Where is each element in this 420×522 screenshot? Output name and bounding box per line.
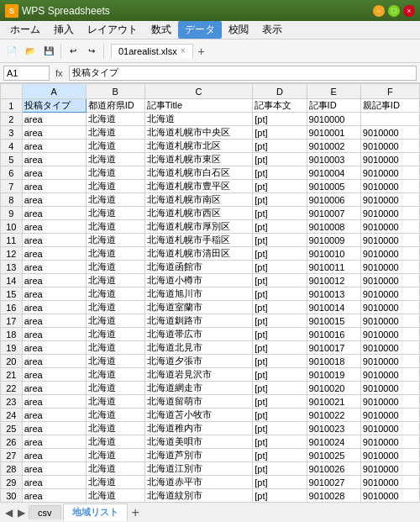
row-header[interactable]: 6 (1, 166, 23, 180)
cell-2-F[interactable] (360, 113, 419, 126)
cell-21-D[interactable]: [pt] (253, 368, 307, 382)
cell-26-E[interactable]: 9010024 (307, 435, 360, 449)
row-header[interactable]: 4 (1, 140, 23, 153)
col-header-A[interactable]: A (22, 84, 86, 99)
cell-8-C[interactable]: 北海道札幌市南区 (144, 193, 253, 207)
cell-10-C[interactable]: 北海道札幌市厚別区 (144, 220, 253, 234)
cell-17-B[interactable]: 北海道 (86, 314, 144, 328)
cell-2-A[interactable]: area (22, 113, 86, 126)
sheet-area[interactable]: A B C D E F 1投稿タイプ都道府県ID記事Title記事本文記事ID親… (0, 83, 420, 502)
cell-26-C[interactable]: 北海道美唄市 (144, 435, 253, 449)
cell-8-E[interactable]: 9010006 (307, 193, 360, 207)
row-header[interactable]: 15 (1, 287, 23, 301)
cell-23-B[interactable]: 北海道 (86, 395, 144, 409)
col-header-B[interactable]: B (86, 84, 144, 99)
undo-btn[interactable]: ↩ (65, 43, 81, 60)
cell-22-F[interactable]: 9010000 (360, 382, 419, 395)
cell-24-A[interactable]: area (22, 409, 86, 422)
cell-18-C[interactable]: 北海道帯広市 (144, 328, 253, 341)
cell-28-A[interactable]: area (22, 462, 86, 476)
sheet-tab-chiiki[interactable]: 地域リスト (63, 504, 128, 521)
row-header[interactable]: 24 (1, 409, 23, 422)
cell-21-B[interactable]: 北海道 (86, 368, 144, 382)
cell-16-E[interactable]: 9010014 (307, 301, 360, 314)
cell-16-B[interactable]: 北海道 (86, 301, 144, 314)
cell-8-A[interactable]: area (22, 193, 86, 207)
cell-21-A[interactable]: area (22, 368, 86, 382)
cell-1-D[interactable]: 記事本文 (253, 99, 307, 113)
add-sheet-btn[interactable]: + (129, 505, 142, 520)
cell-1-F[interactable]: 親記事ID (360, 99, 419, 113)
cell-16-A[interactable]: area (22, 301, 86, 314)
row-header[interactable]: 18 (1, 328, 23, 341)
cell-23-E[interactable]: 9010021 (307, 395, 360, 409)
cell-30-E[interactable]: 9010028 (307, 489, 360, 503)
cell-7-D[interactable]: [pt] (253, 180, 307, 193)
cell-4-B[interactable]: 北海道 (86, 140, 144, 153)
cell-27-F[interactable]: 9010000 (360, 449, 419, 462)
cell-5-F[interactable]: 9010000 (360, 153, 419, 166)
close-button[interactable]: × (403, 5, 415, 17)
cell-9-A[interactable]: area (22, 207, 86, 220)
cell-24-E[interactable]: 9010022 (307, 409, 360, 422)
row-header[interactable]: 19 (1, 341, 23, 355)
cell-17-E[interactable]: 9010015 (307, 314, 360, 328)
cell-30-F[interactable]: 9010000 (360, 489, 419, 503)
cell-28-C[interactable]: 北海道江別市 (144, 462, 253, 476)
cell-15-C[interactable]: 北海道旭川市 (144, 287, 253, 301)
row-header[interactable]: 27 (1, 449, 23, 462)
row-header[interactable]: 22 (1, 382, 23, 395)
row-header[interactable]: 29 (1, 476, 23, 489)
row-header[interactable]: 10 (1, 220, 23, 234)
cell-28-E[interactable]: 9010026 (307, 462, 360, 476)
cell-5-B[interactable]: 北海道 (86, 153, 144, 166)
menu-data[interactable]: データ (178, 21, 222, 39)
cell-12-B[interactable]: 北海道 (86, 247, 144, 261)
cell-4-C[interactable]: 北海道札幌市北区 (144, 140, 253, 153)
cell-26-B[interactable]: 北海道 (86, 435, 144, 449)
cell-14-F[interactable]: 9010000 (360, 274, 419, 287)
cell-28-F[interactable]: 9010000 (360, 462, 419, 476)
cell-25-D[interactable]: [pt] (253, 422, 307, 435)
cell-14-A[interactable]: area (22, 274, 86, 287)
cell-27-E[interactable]: 9010025 (307, 449, 360, 462)
cell-26-D[interactable]: [pt] (253, 435, 307, 449)
cell-29-C[interactable]: 北海道赤平市 (144, 476, 253, 489)
cell-16-F[interactable]: 9010000 (360, 301, 419, 314)
cell-16-D[interactable]: [pt] (253, 301, 307, 314)
cell-25-C[interactable]: 北海道稚内市 (144, 422, 253, 435)
cell-6-D[interactable]: [pt] (253, 166, 307, 180)
cell-15-E[interactable]: 9010013 (307, 287, 360, 301)
cell-6-E[interactable]: 9010004 (307, 166, 360, 180)
cell-10-B[interactable]: 北海道 (86, 220, 144, 234)
cell-19-D[interactable]: [pt] (253, 341, 307, 355)
row-header[interactable]: 9 (1, 207, 23, 220)
cell-22-C[interactable]: 北海道網走市 (144, 382, 253, 395)
row-header[interactable]: 26 (1, 435, 23, 449)
cell-1-A[interactable]: 投稿タイプ (22, 99, 86, 113)
cell-27-D[interactable]: [pt] (253, 449, 307, 462)
cell-2-C[interactable]: 北海道 (144, 113, 253, 126)
col-header-C[interactable]: C (144, 84, 253, 99)
cell-3-D[interactable]: [pt] (253, 126, 307, 140)
cell-24-C[interactable]: 北海道苫小牧市 (144, 409, 253, 422)
cell-18-A[interactable]: area (22, 328, 86, 341)
row-header[interactable]: 16 (1, 301, 23, 314)
tab-prev-btn[interactable]: ◀ (3, 507, 14, 519)
cell-11-A[interactable]: area (22, 234, 86, 247)
cell-3-E[interactable]: 9010001 (307, 126, 360, 140)
cell-21-E[interactable]: 9010019 (307, 368, 360, 382)
cell-2-E[interactable]: 9010000 (307, 113, 360, 126)
file-tab-close[interactable]: × (181, 46, 186, 55)
cell-13-E[interactable]: 9010011 (307, 261, 360, 274)
cell-24-B[interactable]: 北海道 (86, 409, 144, 422)
cell-11-F[interactable]: 9010000 (360, 234, 419, 247)
cell-30-D[interactable]: [pt] (253, 489, 307, 503)
cell-17-A[interactable]: area (22, 314, 86, 328)
cell-19-A[interactable]: area (22, 341, 86, 355)
cell-3-F[interactable]: 9010000 (360, 126, 419, 140)
cell-6-F[interactable]: 9010000 (360, 166, 419, 180)
cell-30-B[interactable]: 北海道 (86, 489, 144, 503)
cell-4-A[interactable]: area (22, 140, 86, 153)
cell-17-C[interactable]: 北海道釧路市 (144, 314, 253, 328)
